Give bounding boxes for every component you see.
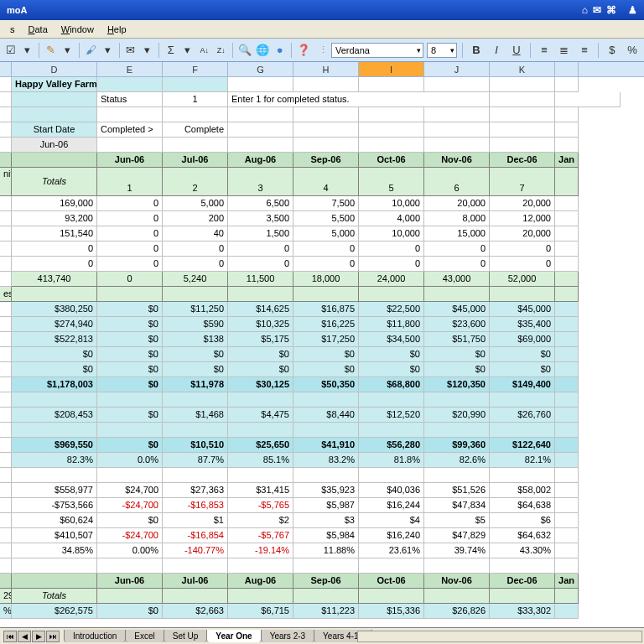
cell[interactable]: $0	[97, 377, 163, 392]
cell[interactable]	[0, 528, 12, 543]
cell[interactable]: 151,540	[12, 226, 97, 242]
cell[interactable]: 0	[12, 242, 97, 257]
cell[interactable]	[0, 272, 12, 287]
sheet-tab[interactable]: Set Up	[164, 630, 208, 642]
cell[interactable]	[424, 589, 490, 604]
cell[interactable]: $5	[424, 513, 490, 528]
cell[interactable]: 15,000	[424, 226, 490, 242]
cell[interactable]: 0	[359, 242, 424, 257]
cell[interactable]	[163, 77, 228, 92]
cell[interactable]: 413,740	[12, 272, 97, 287]
cell[interactable]: $69,000	[490, 332, 555, 347]
cell[interactable]	[555, 287, 579, 302]
col-header[interactable]: G	[228, 62, 293, 76]
cell[interactable]	[97, 107, 163, 122]
cell[interactable]	[490, 423, 555, 438]
cell[interactable]: $138	[163, 332, 228, 347]
cell[interactable]	[293, 423, 359, 438]
cell[interactable]	[97, 589, 163, 604]
cell[interactable]	[0, 302, 12, 317]
cell[interactable]	[555, 77, 579, 92]
cell[interactable]: $149,400	[490, 377, 555, 392]
cell[interactable]: $274,940	[12, 317, 97, 332]
cell[interactable]	[359, 77, 424, 92]
tab-next-icon[interactable]: ▶	[32, 631, 45, 642]
cell[interactable]: 0	[424, 257, 490, 272]
cell[interactable]	[490, 92, 555, 107]
align-left-icon[interactable]: ≡	[536, 42, 553, 59]
circle-icon[interactable]: ●	[273, 42, 287, 59]
cell[interactable]: -$753,566	[12, 498, 97, 513]
cell[interactable]: $0	[424, 362, 490, 377]
cell[interactable]: $16,240	[359, 528, 424, 543]
cell[interactable]: 0	[12, 257, 97, 272]
cell[interactable]: $50,350	[293, 377, 359, 392]
cell[interactable]	[0, 138, 12, 153]
cell[interactable]: 1	[163, 92, 228, 107]
cell[interactable]	[163, 423, 228, 438]
cell[interactable]: Happy Valley Farm	[12, 77, 97, 92]
col-num[interactable]: 2	[163, 168, 228, 196]
cell[interactable]: $4,475	[228, 408, 293, 423]
cell[interactable]	[228, 589, 293, 604]
cell[interactable]	[490, 468, 555, 483]
sheet-tab[interactable]: Year One	[206, 630, 261, 642]
cell[interactable]: 39.74%	[424, 543, 490, 558]
cell[interactable]: 5,000	[293, 226, 359, 242]
cell[interactable]: 10,000	[359, 226, 424, 242]
cell[interactable]: $26,826	[424, 604, 490, 619]
cell[interactable]	[555, 122, 579, 138]
cell[interactable]: 0	[97, 257, 163, 272]
cell[interactable]: 0.00%	[97, 543, 163, 558]
cell[interactable]: 43,000	[424, 272, 490, 287]
cell[interactable]: -$5,765	[228, 498, 293, 513]
cell[interactable]	[293, 558, 359, 574]
cell[interactable]	[293, 287, 359, 302]
cell[interactable]: $99,360	[424, 438, 490, 453]
sheet-tab[interactable]: Introduction	[64, 630, 126, 642]
cell[interactable]	[12, 107, 97, 122]
cell[interactable]	[555, 498, 579, 513]
cell[interactable]: Jan	[555, 574, 579, 589]
cell[interactable]: 23.61%	[359, 543, 424, 558]
cell[interactable]	[0, 408, 12, 423]
cell[interactable]: 83.2%	[293, 453, 359, 468]
cell[interactable]	[359, 558, 424, 574]
cell[interactable]: $3	[293, 513, 359, 528]
cell[interactable]: 0	[97, 196, 163, 211]
cell[interactable]: $0	[359, 347, 424, 362]
cell[interactable]: $0	[293, 362, 359, 377]
cell[interactable]: $0	[97, 408, 163, 423]
cell[interactable]: Start Date	[12, 122, 97, 138]
cell[interactable]	[555, 377, 579, 392]
toolbar-arrow[interactable]: ▾	[140, 42, 154, 59]
cell[interactable]	[0, 423, 12, 438]
cell[interactable]	[163, 468, 228, 483]
cell[interactable]: Status	[97, 92, 163, 107]
cell[interactable]: $8,440	[293, 408, 359, 423]
cell[interactable]: $0	[228, 362, 293, 377]
cell[interactable]: $0	[97, 332, 163, 347]
col-header[interactable]	[0, 62, 12, 76]
unit-header[interactable]: nit	[0, 168, 12, 196]
mail-icon[interactable]: ✉	[123, 42, 138, 59]
col-num[interactable]: 1	[97, 168, 163, 196]
cell[interactable]	[555, 138, 579, 153]
cell[interactable]: $2,663	[163, 604, 228, 619]
zoom-icon[interactable]: 🔍	[237, 42, 252, 59]
cell[interactable]: $590	[163, 317, 228, 332]
cell[interactable]: Sep-06	[293, 574, 359, 589]
cell[interactable]: 82.6%	[424, 453, 490, 468]
cell[interactable]: 0	[228, 242, 293, 257]
align-right-icon[interactable]: ≡	[576, 42, 593, 59]
cell[interactable]: 6,500	[228, 196, 293, 211]
cell[interactable]	[12, 92, 97, 107]
col-header[interactable]: I	[359, 62, 424, 76]
cell[interactable]	[293, 589, 359, 604]
cell[interactable]: $35,923	[293, 483, 359, 498]
cell[interactable]	[0, 498, 12, 513]
cell[interactable]	[555, 589, 579, 604]
cell[interactable]: $64,638	[490, 498, 555, 513]
totals-header[interactable]: Totals	[12, 168, 97, 196]
cell[interactable]: $1,178,003	[12, 377, 97, 392]
